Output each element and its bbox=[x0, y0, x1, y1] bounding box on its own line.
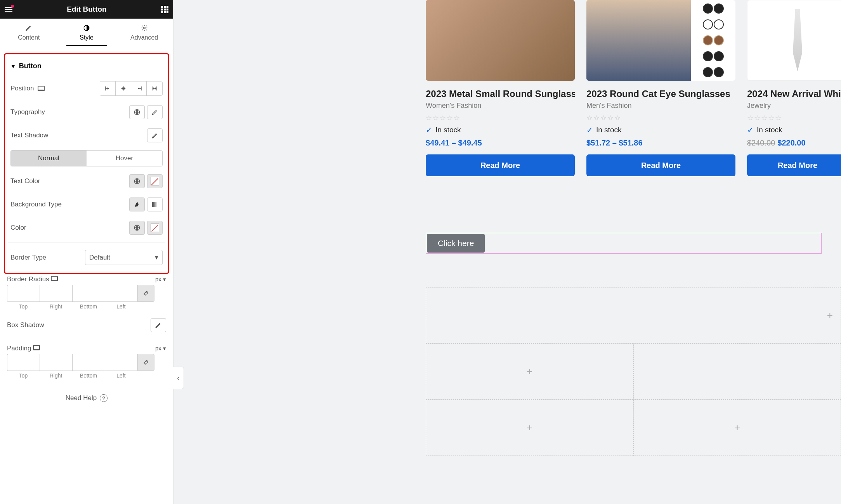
product-title[interactable]: 2023 Metal Small Round Sunglasses bbox=[426, 88, 575, 99]
state-normal-tab[interactable]: Normal bbox=[11, 151, 87, 166]
product-image[interactable] bbox=[747, 0, 841, 81]
click-here-button[interactable]: Click here bbox=[427, 234, 485, 253]
row-text-color: Text Color bbox=[8, 170, 165, 193]
align-right-button[interactable] bbox=[131, 81, 147, 95]
label-border-type: Border Type bbox=[10, 254, 46, 262]
sidebar-header: Edit Button bbox=[0, 0, 173, 19]
product-price: $51.72 – $51.86 bbox=[586, 139, 735, 147]
globe-button[interactable] bbox=[129, 221, 145, 235]
caret-down-icon: ▼ bbox=[10, 63, 16, 69]
label-text-shadow: Text Shadow bbox=[10, 132, 48, 139]
row-border-radius: Border Radius px ▾ bbox=[7, 272, 166, 285]
add-section-placeholder[interactable]: + bbox=[426, 287, 841, 343]
label-text-color: Text Color bbox=[10, 177, 40, 185]
row-typography: Typography bbox=[8, 100, 165, 124]
product-card: 2023 Metal Small Round Sunglasses Women'… bbox=[426, 0, 575, 176]
read-more-button[interactable]: Read More bbox=[747, 154, 841, 176]
desktop-icon[interactable] bbox=[51, 276, 58, 281]
need-help-link[interactable]: Need Help ? bbox=[7, 379, 166, 410]
padding-bottom-input[interactable] bbox=[72, 354, 105, 371]
tab-label: Content bbox=[18, 34, 40, 41]
link-values-button[interactable] bbox=[137, 285, 154, 302]
notification-dot-icon bbox=[11, 5, 14, 8]
stock-status: ✓In stock bbox=[747, 125, 841, 135]
padding-top-input[interactable] bbox=[7, 354, 40, 371]
tab-style[interactable]: Style bbox=[58, 19, 116, 46]
add-section-placeholder[interactable] bbox=[633, 343, 841, 400]
highlighted-section: ▼ Button Position Typography bbox=[4, 53, 169, 274]
product-category[interactable]: Women's Fashion bbox=[426, 102, 575, 110]
bg-gradient-button[interactable] bbox=[147, 197, 163, 211]
stock-status: ✓In stock bbox=[426, 125, 575, 135]
no-color-icon bbox=[151, 223, 159, 232]
section-header-button[interactable]: ▼ Button bbox=[8, 59, 165, 76]
add-section-placeholder[interactable]: + bbox=[633, 400, 841, 456]
question-icon: ? bbox=[100, 394, 108, 402]
pencil-icon bbox=[25, 24, 33, 32]
product-title[interactable]: 2024 New Arrival White bbox=[747, 88, 841, 99]
panel-body: ▼ Button Position Typography bbox=[0, 46, 173, 410]
rating-stars: ☆☆☆☆☆ bbox=[586, 114, 735, 122]
edit-typography-button[interactable] bbox=[147, 105, 163, 119]
preview-canvas: 2023 Metal Small Round Sunglasses Women'… bbox=[173, 0, 841, 504]
radius-left-input[interactable] bbox=[105, 285, 137, 302]
globe-button[interactable] bbox=[129, 174, 145, 188]
no-color-icon bbox=[151, 177, 159, 185]
color-swatch-button[interactable] bbox=[147, 174, 163, 188]
tab-advanced[interactable]: Advanced bbox=[115, 19, 173, 46]
link-values-button[interactable] bbox=[137, 354, 154, 371]
add-section-placeholder[interactable]: + bbox=[426, 343, 633, 400]
tab-content[interactable]: Content bbox=[0, 19, 58, 46]
read-more-button[interactable]: Read More bbox=[586, 154, 735, 176]
product-category[interactable]: Men's Fashion bbox=[586, 102, 735, 110]
unit-selector[interactable]: px ▾ bbox=[155, 276, 166, 283]
border-radius-inputs bbox=[7, 285, 166, 302]
label-typography: Typography bbox=[10, 108, 45, 116]
sidebar-title: Edit Button bbox=[67, 5, 106, 14]
row-border-type: Border Type Default ▾ bbox=[8, 242, 165, 270]
help-label: Need Help bbox=[66, 394, 97, 402]
border-type-select[interactable]: Default ▾ bbox=[85, 250, 163, 265]
label-padding: Padding bbox=[7, 345, 31, 352]
row-background-type: Background Type bbox=[8, 193, 165, 216]
desktop-icon[interactable] bbox=[33, 345, 40, 350]
edit-text-shadow-button[interactable] bbox=[147, 128, 163, 142]
product-title[interactable]: 2023 Round Cat Eye Sunglasses bbox=[586, 88, 735, 99]
hamburger-menu-icon[interactable] bbox=[5, 7, 12, 12]
rating-stars: ☆☆☆☆☆ bbox=[747, 114, 841, 122]
radius-right-input[interactable] bbox=[40, 285, 72, 302]
svg-point-1 bbox=[143, 27, 145, 29]
label-background-type: Background Type bbox=[10, 201, 62, 208]
product-image[interactable] bbox=[426, 0, 575, 81]
edit-box-shadow-button[interactable] bbox=[151, 318, 166, 332]
globe-button[interactable] bbox=[129, 105, 145, 119]
widgets-grid-icon[interactable] bbox=[161, 6, 168, 13]
check-icon: ✓ bbox=[426, 125, 432, 135]
product-category[interactable]: Jewelry bbox=[747, 102, 841, 110]
editor-sidebar: Edit Button Content Style Advanced bbox=[0, 0, 173, 504]
align-stretch-button[interactable] bbox=[147, 81, 162, 95]
stock-status: ✓In stock bbox=[586, 125, 735, 135]
dimension-labels: Top Right Bottom Left bbox=[7, 371, 166, 379]
align-left-button[interactable] bbox=[100, 81, 116, 95]
section-title: Button bbox=[19, 62, 42, 70]
button-widget-container[interactable]: Click here bbox=[426, 233, 822, 254]
gear-icon bbox=[140, 24, 148, 32]
unit-selector[interactable]: px ▾ bbox=[155, 345, 166, 352]
padding-right-input[interactable] bbox=[40, 354, 72, 371]
product-image[interactable] bbox=[586, 0, 735, 81]
state-hover-tab[interactable]: Hover bbox=[87, 151, 162, 166]
read-more-button[interactable]: Read More bbox=[426, 154, 575, 176]
radius-bottom-input[interactable] bbox=[72, 285, 105, 302]
product-price: $49.41 – $49.45 bbox=[426, 139, 575, 147]
label-color: Color bbox=[10, 224, 26, 232]
align-center-button[interactable] bbox=[116, 81, 131, 95]
rating-stars: ☆☆☆☆☆ bbox=[426, 114, 575, 122]
desktop-icon[interactable] bbox=[38, 86, 45, 91]
padding-left-input[interactable] bbox=[105, 354, 137, 371]
add-section-placeholder[interactable]: + bbox=[426, 400, 633, 456]
color-swatch-button[interactable] bbox=[147, 221, 163, 235]
bg-classic-button[interactable] bbox=[129, 197, 145, 211]
radius-top-input[interactable] bbox=[7, 285, 40, 302]
padding-inputs bbox=[7, 354, 166, 371]
